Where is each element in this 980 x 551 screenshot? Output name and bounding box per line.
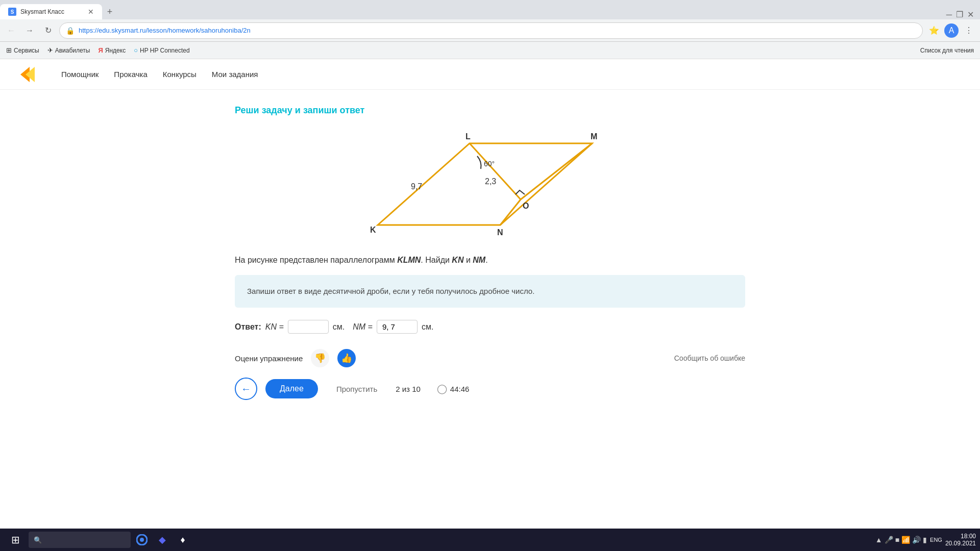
main-content: Реши задачу и запиши ответ L M K N O 60° [0,90,980,431]
side-label-23: 2,3 [485,177,496,186]
nav-contests[interactable]: Конкурсы [163,66,197,83]
main-nav: Помощник Прокачка Конкурсы Мои задания [61,66,258,83]
bookmarks-bar: ⊞ Сервисы ✈ Авиабилеты Я Яндекс ○ HP HP … [0,42,980,59]
tab-close-button[interactable]: ✕ [88,8,94,16]
nm-label: NM = [353,322,373,332]
back-button[interactable]: ← [4,23,18,38]
yandex-icon: Я [98,46,103,54]
nm-input[interactable] [377,320,418,334]
parallelogram-name: KLMN [397,256,421,264]
app-header: Помощник Прокачка Конкурсы Мои задания [0,59,980,90]
problem-text: На рисунке представлен параллелограмм KL… [235,256,745,265]
hint-text: Запиши ответ в виде десятичной дроби, ес… [247,287,534,295]
timer-value: 44:46 [450,385,470,393]
svg-line-4 [521,143,592,199]
bookmark-avia-label: Авиабилеты [55,47,90,54]
nav-my-tasks[interactable]: Мои задания [212,66,258,83]
skip-link[interactable]: Пропустить [336,385,377,393]
services-icon: ⊞ [6,46,12,54]
nav-training[interactable]: Прокачка [114,66,147,83]
svg-line-5 [500,199,521,225]
nm-unit: см. [422,322,433,332]
vertex-L: L [465,132,471,141]
timer: ◯ 44:46 [437,383,470,394]
hint-box: Запиши ответ в виде десятичной дроби, ес… [235,275,745,308]
address-bar[interactable]: 🔒 https://edu.skysmart.ru/lesson/homewor… [59,22,923,39]
app-logo[interactable] [20,67,41,82]
restore-button[interactable]: ❐ [956,10,963,19]
rating-label: Оцени упражнение [235,354,303,363]
browser-nav-icons: ⭐ A ⋮ [927,23,976,38]
reading-list-label: Список для чтения [920,47,974,54]
find-kn-label: KN [452,256,463,264]
answer-label: Ответ: [235,322,261,332]
task-title: Реши задачу и запиши ответ [235,105,745,116]
extensions-button[interactable]: ⭐ [927,23,941,38]
thumbs-up-button[interactable]: 👍 [337,349,356,367]
bookmark-yandex-label: Яндекс [105,47,126,54]
kn-input[interactable] [288,320,329,334]
logo-icon [20,67,41,82]
browser-chrome: S Skysmart Класс ✕ + ─ ❐ ✕ ← → ↻ 🔒 https… [0,0,980,59]
forward-button[interactable]: → [22,23,37,38]
avia-icon: ✈ [47,46,53,54]
svg-line-3 [470,143,521,199]
figure-svg: L M K N O 60° 9,7 2,3 [362,128,618,240]
side-label-97: 9,7 [411,182,422,191]
profile-button[interactable]: A [944,23,959,38]
nav-bar: ← → ↻ 🔒 https://edu.skysmart.ru/lesson/h… [0,19,980,42]
clock-icon: ◯ [437,383,447,394]
geometry-figure: L M K N O 60° 9,7 2,3 [235,128,745,240]
bookmark-hp[interactable]: ○ HP HP Connected [134,46,190,54]
vertex-K: K [370,226,376,234]
rating-row: Оцени упражнение 👎 👍 Сообщить об ошибке [235,349,745,367]
hp-icon: ○ [134,46,138,54]
kn-label: KN = [265,322,284,332]
new-tab-button[interactable]: + [102,4,117,19]
progress-text: 2 из 10 [396,385,421,393]
answer-row: Ответ: KN = см. NM = см. [235,320,745,334]
lock-icon: 🔒 [66,27,75,35]
bookmark-yandex[interactable]: Я Яндекс [98,46,126,54]
bookmark-services[interactable]: ⊞ Сервисы [6,46,39,54]
nav-actions: ← Далее Пропустить 2 из 10 ◯ 44:46 [235,378,745,400]
tab-favicon: S [8,8,16,16]
bookmark-avia[interactable]: ✈ Авиабилеты [47,46,90,54]
active-tab[interactable]: S Skysmart Класс ✕ [0,4,102,19]
settings-button[interactable]: ⋮ [962,23,976,38]
nav-helper[interactable]: Помощник [61,66,99,83]
report-error-link[interactable]: Сообщить об ошибке [674,354,745,362]
thumbs-down-button[interactable]: 👎 [311,349,329,367]
reading-list-link[interactable]: Список для чтения [920,47,974,54]
find-nm-label: NM [473,256,485,264]
tab-title: Skysmart Класс [20,8,84,15]
kn-unit: см. [333,322,345,332]
vertex-N: N [497,228,503,237]
url-text: https://edu.skysmart.ru/lesson/homework/… [79,27,916,34]
bookmark-services-label: Сервисы [14,47,39,54]
back-nav-button[interactable]: ← [235,378,257,400]
next-button[interactable]: Далее [265,379,318,398]
tab-bar: S Skysmart Класс ✕ + ─ ❐ ✕ [0,0,980,19]
vertex-O: O [523,202,529,210]
reload-button[interactable]: ↻ [41,23,55,38]
bookmark-hp-label: HP HP Connected [140,47,190,54]
vertex-M: M [591,132,597,141]
close-window-button[interactable]: ✕ [967,10,974,19]
minimize-button[interactable]: ─ [946,10,952,19]
angle-label: 60° [484,160,495,168]
